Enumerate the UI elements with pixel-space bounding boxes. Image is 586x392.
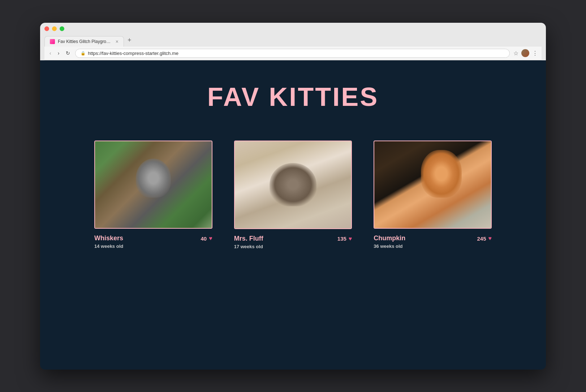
lock-icon: 🔒 (81, 51, 86, 56)
cat-name: Whiskers (94, 234, 123, 242)
cat-image-wrapper (94, 141, 212, 229)
cat-card: Whiskers 14 weeks old 40 ♥ (94, 141, 212, 249)
active-tab[interactable]: Fav Kitties Glitch Playground × (44, 36, 124, 47)
cat-card: Mrs. Fluff 17 weeks old 135 ♥ (234, 141, 352, 249)
minimize-button[interactable] (52, 26, 57, 31)
cat-name: Chumpkin (374, 234, 405, 242)
traffic-lights (44, 26, 542, 31)
likes-count: 245 (477, 236, 486, 242)
cat-image-wrapper (234, 141, 352, 229)
cat-details: Mrs. Fluff 17 weeks old (234, 235, 263, 249)
cat-details: Chumpkin 36 weeks old (374, 234, 405, 249)
page-content: FAV KITTIES Whiskers 14 weeks old 40 ♥ (40, 60, 546, 370)
browser-chrome: Fav Kitties Glitch Playground × + ‹ › ↻ … (40, 23, 546, 60)
page-title: FAV KITTIES (207, 82, 379, 112)
tab-close-button[interactable]: × (116, 39, 119, 44)
cat-image (374, 141, 491, 228)
back-button[interactable]: ‹ (48, 49, 53, 57)
cat-image (235, 141, 352, 228)
tab-favicon (50, 39, 55, 44)
cat-likes: 40 ♥ (201, 234, 212, 242)
address-input[interactable]: 🔒 https://fav-kitties-compress-starter.g… (75, 49, 510, 58)
cats-grid: Whiskers 14 weeks old 40 ♥ Mrs. Fluff (94, 141, 492, 249)
address-text: https://fav-kitties-compress-starter.gli… (88, 51, 178, 56)
bookmark-icon[interactable]: ☆ (513, 50, 518, 57)
cat-info: Whiskers 14 weeks old 40 ♥ (94, 234, 212, 249)
cat-image (95, 141, 212, 228)
likes-count: 40 (201, 236, 207, 242)
heart-icon: ♥ (488, 235, 492, 242)
close-button[interactable] (44, 26, 49, 31)
reload-button[interactable]: ↻ (64, 49, 72, 57)
cat-image-wrapper (374, 141, 492, 229)
cat-age: 14 weeks old (94, 244, 123, 249)
browser-window: Fav Kitties Glitch Playground × + ‹ › ↻ … (40, 23, 546, 370)
cat-likes: 135 ♥ (337, 235, 352, 242)
cat-details: Whiskers 14 weeks old (94, 234, 123, 249)
cat-age: 17 weeks old (234, 244, 263, 249)
cat-info: Chumpkin 36 weeks old 245 ♥ (374, 234, 492, 249)
new-tab-button[interactable]: + (124, 34, 135, 47)
heart-icon: ♥ (349, 236, 352, 242)
tab-bar: Fav Kitties Glitch Playground × + (44, 34, 542, 47)
heart-icon: ♥ (209, 235, 212, 242)
tab-label: Fav Kitties Glitch Playground (58, 39, 113, 44)
likes-count: 135 (337, 236, 346, 242)
cat-name: Mrs. Fluff (234, 235, 263, 242)
forward-button[interactable]: › (56, 49, 61, 57)
cat-card: Chumpkin 36 weeks old 245 ♥ (374, 141, 492, 249)
browser-actions: ☆ ⋮ (513, 49, 538, 57)
user-avatar[interactable] (521, 49, 529, 57)
address-bar-row: ‹ › ↻ 🔒 https://fav-kitties-compress-sta… (44, 47, 542, 60)
menu-icon[interactable]: ⋮ (532, 50, 538, 57)
cat-info: Mrs. Fluff 17 weeks old 135 ♥ (234, 235, 352, 249)
maximize-button[interactable] (60, 26, 64, 31)
cat-likes: 245 ♥ (477, 234, 492, 242)
cat-age: 36 weeks old (374, 244, 405, 249)
